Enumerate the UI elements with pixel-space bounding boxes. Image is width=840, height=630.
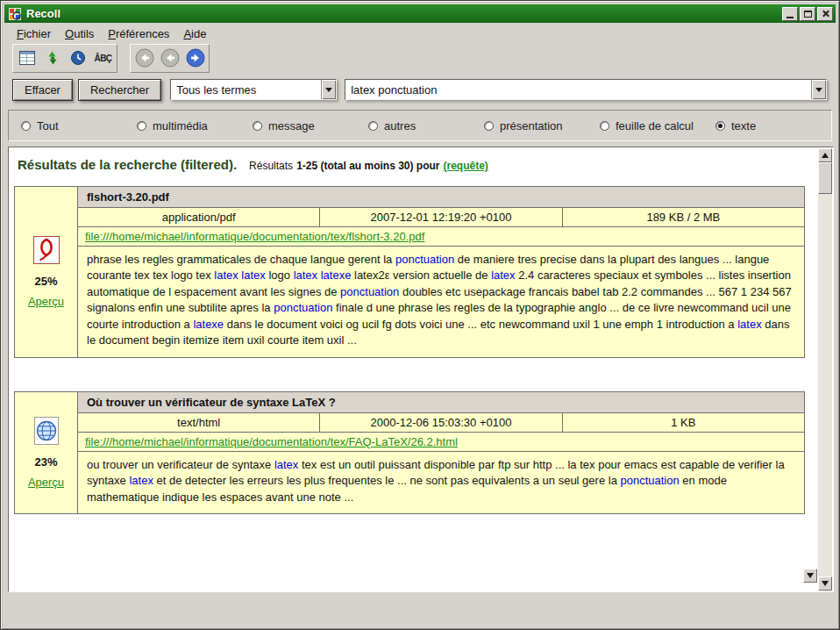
- clear-button[interactable]: Effacer: [12, 79, 73, 101]
- result-meta-row: text/html 2000-12-06 15:03:30 +0100 1 KB: [78, 413, 804, 433]
- result-list: 25% Aperçu flshort-3.20.pdf application/…: [9, 186, 833, 514]
- query-link[interactable]: (requête): [443, 160, 488, 172]
- doc-table-button[interactable]: [15, 47, 39, 70]
- recoll-window: Recoll Fichier Outils Préférences Aide Â…: [0, 0, 840, 630]
- menu-outils[interactable]: Outils: [58, 25, 101, 43]
- result-meta-row: application/pdf 2007-12-01 12:19:20 +010…: [78, 208, 804, 227]
- update-index-button[interactable]: [40, 47, 64, 70]
- search-mode-value: Tous les termes: [171, 80, 321, 99]
- term-explorer-icon: ÂBÇ: [94, 54, 111, 63]
- filter-tout[interactable]: Tout: [21, 119, 137, 132]
- doc-size: 189 KB / 2 MB: [562, 208, 804, 226]
- combo-dropdown-button[interactable]: [321, 80, 336, 99]
- mime-type: application/pdf: [78, 208, 319, 226]
- recoll-app-icon: [9, 8, 21, 20]
- clock-icon: [69, 49, 87, 67]
- menu-preferences[interactable]: Préférences: [101, 25, 176, 43]
- result-entry: 25% Aperçu flshort-3.20.pdf application/…: [14, 186, 805, 358]
- term-explorer-button[interactable]: ÂBÇ: [91, 47, 115, 70]
- query-combobox[interactable]: [345, 79, 827, 100]
- radio-icon[interactable]: [484, 121, 494, 131]
- pdf-icon: [32, 235, 61, 268]
- arrow-up-icon: [822, 153, 829, 158]
- filter-autres[interactable]: autres: [368, 119, 484, 132]
- scrollbar-thumb[interactable]: [818, 162, 832, 194]
- scroll-up-button[interactable]: [818, 148, 832, 162]
- preview-link[interactable]: Aperçu: [28, 476, 64, 489]
- nav-next-page-button[interactable]: [183, 47, 207, 70]
- preview-link[interactable]: Aperçu: [28, 295, 64, 308]
- radio-icon[interactable]: [600, 121, 609, 131]
- menu-fichier[interactable]: Fichier: [10, 25, 58, 43]
- toolbar: ÂBÇ: [4, 43, 836, 73]
- doc-date: 2007-12-01 12:19:20 +0100: [319, 208, 561, 226]
- nav-prev-page-button[interactable]: [158, 47, 182, 70]
- result-snippet: ou trouver un verificateur de syntaxe la…: [78, 452, 804, 513]
- toolbar-main-group: ÂBÇ: [12, 44, 117, 73]
- vertical-scrollbar[interactable]: [818, 148, 832, 591]
- doc-table-icon: [18, 49, 36, 67]
- close-button[interactable]: [817, 7, 833, 21]
- filter-presentation[interactable]: présentation: [484, 119, 600, 132]
- radio-icon[interactable]: [368, 121, 378, 131]
- close-icon: [822, 10, 829, 18]
- maximize-icon: [804, 11, 812, 18]
- minimize-button[interactable]: [782, 7, 798, 21]
- inner-scroll-down-button[interactable]: [803, 569, 817, 583]
- chevron-down-icon: [815, 88, 822, 92]
- sort-arrows-icon: [44, 49, 61, 67]
- result-snippet: phrase les regles grammaticales de chaqu…: [78, 247, 804, 357]
- result-entry-side: 25% Aperçu: [15, 187, 78, 357]
- results-pane: Résultats de la recherche (filtered).Rés…: [8, 147, 834, 592]
- filter-texte[interactable]: texte: [715, 119, 756, 132]
- result-url-link[interactable]: file:///home/michael/informatique/docume…: [85, 435, 458, 448]
- result-entry-body: Où trouver un vérificateur de syntaxe La…: [78, 392, 804, 513]
- doc-size: 1 KB: [562, 413, 804, 432]
- html-icon: [32, 416, 61, 448]
- search-input[interactable]: [345, 80, 811, 99]
- search-mode-combobox[interactable]: Tous les termes: [170, 79, 337, 100]
- menu-aide[interactable]: Aide: [176, 25, 213, 43]
- filter-message[interactable]: message: [253, 119, 368, 132]
- toolbar-nav-group: [130, 44, 210, 73]
- back-arrow-icon: [134, 47, 155, 68]
- result-url-row: file:///home/michael/informatique/docume…: [78, 227, 804, 247]
- search-row: Effacer Rechercher Tous les termes: [4, 76, 836, 103]
- results-header: Résultats de la recherche (filtered).Rés…: [18, 157, 824, 173]
- radio-icon[interactable]: [253, 121, 262, 131]
- results-count-prefix: Résultats: [249, 160, 293, 172]
- back-arrow-icon: [160, 47, 181, 68]
- document-filter-bar: Tout multimédia message autres présentat…: [8, 110, 832, 141]
- radio-checked-icon[interactable]: [715, 121, 725, 131]
- result-title: flshort-3.20.pdf: [78, 187, 804, 208]
- relevance-percent: 25%: [34, 275, 57, 288]
- history-button[interactable]: [66, 47, 89, 70]
- minimize-icon: [787, 17, 794, 18]
- scroll-down-button[interactable]: [818, 576, 832, 591]
- result-url-row: file:///home/michael/informatique/docume…: [78, 433, 804, 452]
- result-entry-side: 23% Aperçu: [15, 392, 78, 513]
- result-title: Où trouver un vérificateur de syntaxe La…: [78, 392, 804, 413]
- result-url-link[interactable]: file:///home/michael/informatique/docume…: [85, 230, 424, 243]
- chevron-down-icon: [325, 88, 332, 92]
- results-range: 1-25 (total au moins 30) pour: [296, 160, 439, 172]
- filter-feuille-de-calcul[interactable]: feuille de calcul: [600, 119, 715, 132]
- menubar: Fichier Outils Préférences Aide: [4, 24, 836, 43]
- filter-multimedia[interactable]: multimédia: [137, 119, 253, 132]
- result-entry: 23% Aperçu Où trouver un vérificateur de…: [14, 391, 805, 514]
- nav-first-page-button[interactable]: [132, 47, 156, 70]
- arrow-down-icon: [822, 581, 829, 586]
- combo-dropdown-button[interactable]: [811, 80, 826, 99]
- result-entry-body: flshort-3.20.pdf application/pdf 2007-12…: [78, 187, 804, 357]
- mime-type: text/html: [78, 413, 319, 432]
- forward-arrow-icon: [185, 47, 206, 68]
- titlebar[interactable]: Recoll: [4, 4, 836, 23]
- maximize-button[interactable]: [800, 7, 815, 21]
- radio-icon[interactable]: [137, 121, 146, 131]
- window-title: Recoll: [26, 7, 782, 20]
- search-button[interactable]: Rechercher: [78, 79, 161, 101]
- radio-icon[interactable]: [21, 121, 31, 131]
- doc-date: 2000-12-06 15:03:30 +0100: [319, 413, 561, 432]
- results-title: Résultats de la recherche (filtered).: [18, 157, 237, 172]
- arrow-down-icon: [807, 573, 814, 578]
